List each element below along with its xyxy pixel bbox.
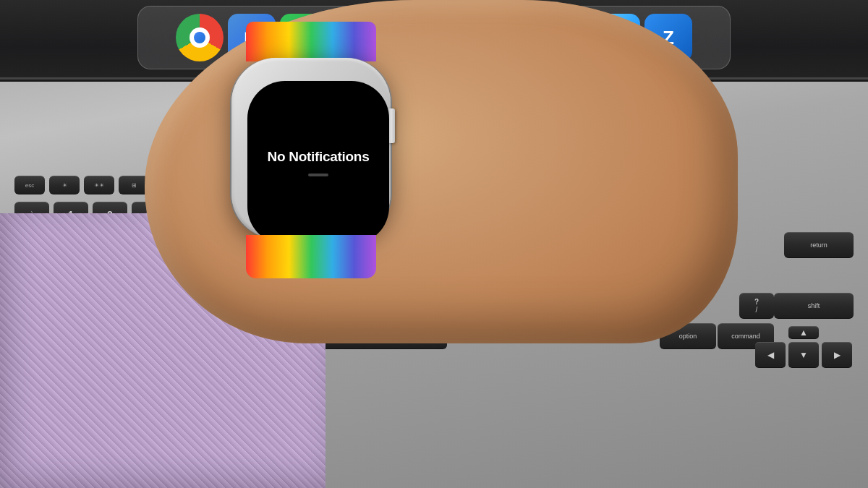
watch-notification-label: No Notifications — [268, 149, 370, 166]
key-esc[interactable]: esc — [14, 176, 45, 194]
key-arrow-right[interactable]: ▶ — [822, 342, 852, 368]
key-arrow-down[interactable]: ▼ — [788, 342, 819, 368]
watch-screen-content: No Notifications — [253, 134, 384, 192]
watch-band-bottom — [246, 235, 376, 278]
key-f1[interactable]: ☀ — [49, 176, 80, 194]
key-f2[interactable]: ☀☀ — [84, 176, 114, 194]
arrow-keys: ▲ ◀ ▼ ▶ — [755, 326, 852, 368]
watch-band-top — [246, 22, 376, 61]
key-arrow-left[interactable]: ◀ — [755, 342, 786, 368]
key-arrow-up[interactable]: ▲ — [788, 326, 819, 339]
watch-screen: No Notifications — [247, 81, 389, 244]
scene: ✉ 💬 💼 19 SUN ⚙️ — [0, 0, 868, 488]
apple-watch: No Notifications — [224, 43, 398, 253]
key-return[interactable]: return — [784, 232, 854, 258]
rainbow-band-bottom — [246, 235, 376, 278]
key-right-shift[interactable]: shift — [774, 293, 854, 319]
dock-icon-chrome[interactable] — [176, 14, 224, 61]
rainbow-band-top — [246, 22, 376, 61]
watch-scroll-indicator — [308, 174, 328, 176]
watch-case: No Notifications — [231, 58, 391, 239]
key-slash[interactable]: ? / — [739, 293, 774, 319]
